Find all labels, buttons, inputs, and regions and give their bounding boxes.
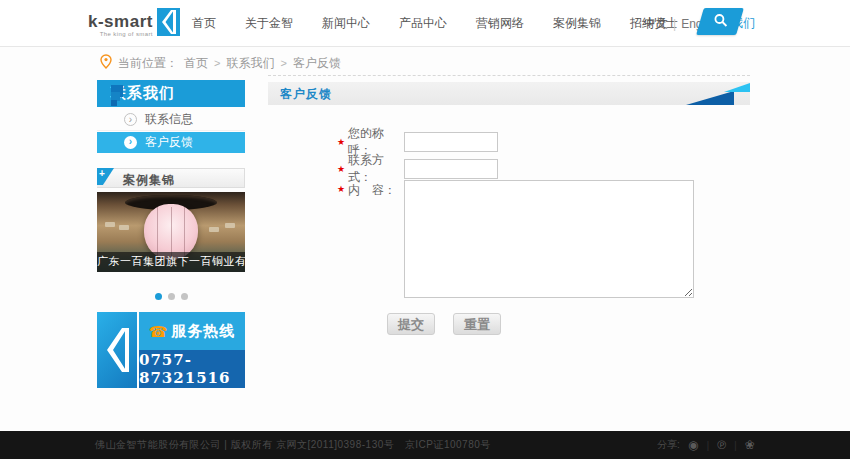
footer: 佛山金智节能股份有限公司 | 版权所有 京网文[2011]0398-130号 京… [0,431,850,459]
telephone-icon: ☎ [149,324,168,339]
cases-section-header: + 案例集锦 [97,168,245,188]
breadcrumb-separator: > [214,57,220,69]
required-mark: ★ [337,137,345,147]
search-icon [710,13,729,31]
shelf-shape [105,222,115,227]
service-hotline-card: ☎ 服务热线 0757-87321516 [97,312,245,388]
nav-about[interactable]: 关于金智 [245,15,293,32]
page-title: 客户反馈 [280,86,332,103]
form-row-content: ★ 内 容： [268,180,694,298]
sidebar-title: 联系我们 [97,80,245,107]
logo-tagline: The king of smart [100,31,153,37]
triangle-decor-cyan [724,83,750,92]
location-pin-icon [100,54,112,72]
nav-cases[interactable]: 案例集锦 [553,15,601,32]
carousel-dot-3[interactable] [181,293,188,300]
nav-home[interactable]: 首页 [192,15,216,32]
carousel-dot-2[interactable] [168,293,175,300]
sidebar-item-feedback[interactable]: › 客户反馈 [97,132,245,153]
breadcrumb: 当前位置： 首页 > 联系我们 > 客户反馈 [100,54,341,72]
carousel-dot-1[interactable] [155,293,162,300]
pixel-decor [111,100,117,106]
nav-products[interactable]: 产品中心 [399,15,447,32]
breadcrumb-home[interactable]: 首页 [184,55,208,72]
feedback-form: ★ 您的称呼： ★ 联系方式： ★ 内 容： 提交 重置 [268,105,750,355]
shelf-shape [225,223,235,228]
chevron-right-icon: › [124,113,137,126]
plus-corner-icon: + [97,168,114,185]
weibo-icon[interactable]: ◉ [688,439,698,451]
page: k-smart The king of smart 首页 关于金智 新闻中心 产… [0,0,850,459]
nav-news[interactable]: 新闻中心 [322,15,370,32]
cases-section-title: 案例集锦 [123,172,175,189]
k-logo-icon [157,8,180,40]
case-carousel-image[interactable]: 广东一百集团旗下一百铜业有 [97,192,245,272]
carousel-dots [97,293,245,300]
k-logo-icon [97,312,137,388]
breadcrumb-contact[interactable]: 联系我们 [226,55,274,72]
flower-share-icon[interactable]: ❀ [745,439,755,451]
divider-line [268,75,750,76]
breadcrumb-separator: > [280,57,286,69]
shelf-shape [119,225,129,230]
shelf-shape [209,227,219,232]
share-divider: | [706,439,709,451]
hotline-phone-number: 0757-87321516 [139,351,245,387]
search-button[interactable] [696,8,744,35]
required-mark: ★ [337,164,345,174]
breadcrumb-feedback: 客户反馈 [293,55,341,72]
name-input[interactable] [404,132,498,152]
p-circle-share-icon[interactable]: ℗ [717,439,726,451]
lang-zh[interactable]: 中文 [644,15,668,32]
breadcrumb-prefix: 当前位置： [118,55,178,72]
triangle-decor-dark [686,91,734,105]
page-title-bar: 客户反馈 [268,82,750,105]
share-divider: | [734,439,737,451]
lang-divider: | [673,17,676,31]
nav-marketing[interactable]: 营销网络 [476,15,524,32]
contact-input[interactable] [404,159,498,179]
reset-button[interactable]: 重置 [453,313,501,335]
content-field-label: 内 容： [348,182,404,199]
sidebar-item-contact-info[interactable]: › 联系信息 [97,108,245,131]
required-mark: ★ [337,184,345,194]
content-textarea[interactable] [404,180,694,298]
logo-text: k-smart [88,13,153,31]
hotline-label: 服务热线 [171,322,235,341]
share-label: 分享: [657,438,680,452]
logo[interactable]: k-smart The king of smart [88,8,180,40]
case-caption: 广东一百集团旗下一百铜业有 [97,252,245,272]
chevron-right-icon: › [124,136,137,149]
copyright-text: 佛山金智节能股份有限公司 | 版权所有 京网文[2011]0398-130号 京… [95,431,491,459]
submit-button[interactable]: 提交 [387,313,435,335]
share-bar: 分享: ◉ | ℗ | ❀ [657,431,755,459]
